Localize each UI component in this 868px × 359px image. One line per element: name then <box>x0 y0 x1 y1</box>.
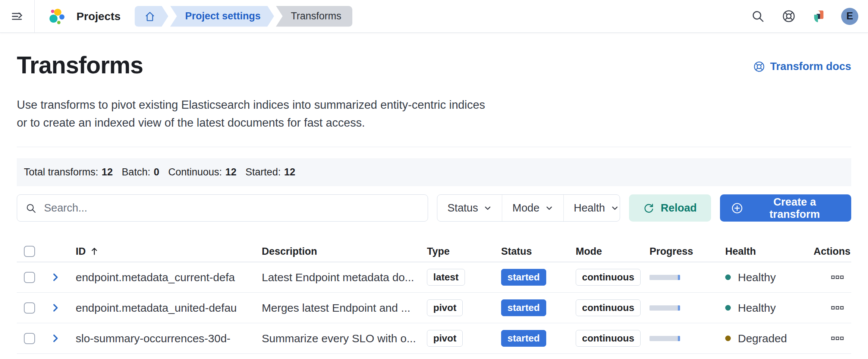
row-actions-button[interactable] <box>829 273 846 282</box>
status-badge: started <box>501 330 546 347</box>
progress-bar <box>650 275 680 280</box>
progress-bar <box>650 336 680 341</box>
search-field-wrapper <box>17 194 428 222</box>
table-header-row: ID Description Type Status Mode Progress… <box>17 241 851 262</box>
breadcrumb-transforms: Transforms <box>276 6 353 27</box>
transforms-page: Transforms Transform docs Use transforms… <box>0 51 868 354</box>
elastic-logo[interactable] <box>47 7 65 25</box>
app-title: Projects <box>76 10 120 23</box>
mode-filter-button[interactable]: Mode <box>502 195 564 221</box>
reload-button[interactable]: Reload <box>629 194 711 222</box>
chevron-down-icon <box>611 204 619 212</box>
column-header-type[interactable]: Type <box>427 246 501 257</box>
chevron-down-icon <box>545 204 553 212</box>
expand-row-button[interactable] <box>50 333 60 343</box>
column-header-mode[interactable]: Mode <box>576 246 650 257</box>
row-actions-button[interactable] <box>829 303 846 312</box>
health-status: Degraded <box>725 332 814 345</box>
search-input[interactable] <box>43 201 424 215</box>
type-badge: pivot <box>427 330 463 347</box>
expand-row-button[interactable] <box>50 303 60 313</box>
health-status: Healthy <box>725 271 814 284</box>
health-status: Healthy <box>725 302 814 314</box>
mode-badge: continuous <box>576 269 641 286</box>
health-dot <box>725 274 731 280</box>
stat-started: Started:12 <box>245 166 295 178</box>
breadcrumb: Project settings Transforms <box>135 6 352 27</box>
health-dot <box>725 305 731 311</box>
project-switcher-button[interactable] <box>813 10 825 23</box>
transform-id: endpoint.metadata_current-defa <box>76 271 262 284</box>
section-divider <box>17 147 851 147</box>
menu-expand-icon <box>10 9 24 23</box>
health-dot <box>725 336 731 341</box>
mode-badge: continuous <box>576 330 641 347</box>
status-badge: started <box>501 269 546 286</box>
column-header-id[interactable]: ID <box>76 246 262 257</box>
column-header-actions: Actions <box>814 246 856 257</box>
stat-batch: Batch:0 <box>122 166 160 178</box>
create-transform-button[interactable]: Create a transform <box>720 194 851 222</box>
home-icon <box>144 10 156 23</box>
column-header-progress[interactable]: Progress <box>650 246 725 257</box>
refresh-icon <box>643 203 654 214</box>
boxes-horizontal-icon <box>831 275 844 280</box>
page-title: Transforms <box>17 51 143 79</box>
project-switcher-icon <box>813 10 825 23</box>
table-row: endpoint.metadata_united-defau Merges la… <box>17 293 851 323</box>
transforms-table: ID Description Type Status Mode Progress… <box>17 241 851 354</box>
breadcrumb-project-settings[interactable]: Project settings <box>170 6 274 27</box>
transform-docs-link[interactable]: Transform docs <box>753 60 851 73</box>
row-checkbox[interactable] <box>24 272 35 283</box>
type-badge: latest <box>427 269 465 286</box>
stat-total: Total transforms:12 <box>24 166 113 178</box>
row-actions-button[interactable] <box>829 334 846 343</box>
column-header-status[interactable]: Status <box>501 246 576 257</box>
help-button[interactable] <box>782 9 796 23</box>
global-search-button[interactable] <box>751 9 765 23</box>
column-header-health[interactable]: Health <box>725 246 814 257</box>
transform-stats-bar: Total transforms:12 Batch:0 Continuous:1… <box>17 158 851 186</box>
top-navigation-bar: Projects Project settings Transforms <box>0 0 868 33</box>
search-icon <box>751 9 765 23</box>
transform-description: Summarize every SLO with o... <box>262 332 427 345</box>
row-checkbox[interactable] <box>24 302 35 314</box>
transform-id: endpoint.metadata_united-defau <box>76 302 262 314</box>
chevron-right-icon <box>50 333 60 343</box>
table-row: endpoint.metadata_current-defa Latest En… <box>17 262 851 293</box>
transform-id: slo-summary-occurrences-30d- <box>76 332 262 345</box>
chevron-right-icon <box>50 272 60 282</box>
plus-circle-icon <box>731 202 743 214</box>
breadcrumb-home[interactable] <box>135 6 168 27</box>
chevron-down-icon <box>484 204 492 212</box>
stat-continuous: Continuous:12 <box>168 166 236 178</box>
boxes-horizontal-icon <box>831 336 844 341</box>
table-row: slo-summary-occurrences-30d- Summarize e… <box>17 323 851 354</box>
transform-description: Latest Endpoint metadata do... <box>262 271 427 284</box>
search-icon <box>25 203 37 214</box>
health-filter-button[interactable]: Health <box>564 195 620 221</box>
filter-group: Status Mode Health <box>437 194 620 222</box>
life-ring-icon <box>782 9 796 23</box>
progress-bar <box>650 305 680 311</box>
arrow-up-icon <box>90 247 99 256</box>
boxes-horizontal-icon <box>831 305 844 310</box>
life-ring-icon <box>753 61 765 73</box>
table-toolbar: Status Mode Health <box>17 194 851 222</box>
row-checkbox[interactable] <box>24 333 35 344</box>
column-header-description[interactable]: Description <box>262 246 427 257</box>
type-badge: pivot <box>427 299 463 316</box>
page-description: Use transforms to pivot existing Elastic… <box>17 96 851 132</box>
chevron-right-icon <box>50 303 60 313</box>
mode-badge: continuous <box>576 299 641 316</box>
transform-description: Merges latest Endpoint and ... <box>262 302 427 314</box>
status-filter-button[interactable]: Status <box>437 195 502 221</box>
user-avatar[interactable]: E <box>841 8 858 25</box>
expand-row-button[interactable] <box>50 272 60 282</box>
status-badge: started <box>501 299 546 316</box>
menu-expand-button[interactable] <box>0 0 35 33</box>
select-all-checkbox[interactable] <box>24 246 35 257</box>
